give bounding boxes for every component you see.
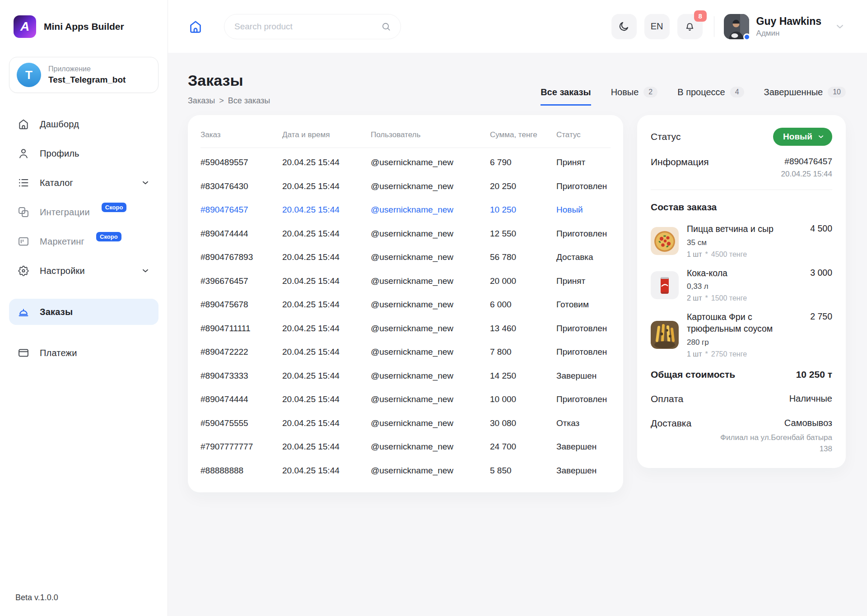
order-status: Принят	[556, 157, 611, 167]
tab-in-progress[interactable]: В процессе 4	[677, 87, 744, 106]
order-status: Новый	[556, 205, 611, 215]
user-name: Guy Hawkins	[756, 15, 821, 28]
order-status: Приготовлен	[556, 324, 611, 333]
app-logo-icon: A	[14, 15, 36, 38]
order-item-name: Пицца ветчина и сыр	[687, 223, 774, 235]
current-app-card[interactable]: T Приложение Test_Telegram_bot	[9, 57, 158, 93]
table-row[interactable]: #890473333 20.04.25 15:44 @usernickname_…	[200, 364, 611, 388]
chevron-down-icon	[140, 178, 150, 188]
sidebar-item-label: Профиль	[40, 148, 79, 159]
table-row[interactable]: #8904711111 20.04.25 15:44 @usernickname…	[200, 317, 611, 341]
topbar-actions: EN 8 Guy Ha	[604, 14, 846, 39]
table-row[interactable]: #590489557 20.04.25 15:44 @usernickname_…	[200, 151, 611, 175]
order-amount: 20 250	[490, 181, 556, 191]
soon-badge: Скоро	[96, 232, 121, 241]
order-item-unit-price: 4500 тенге	[711, 250, 747, 259]
order-status: Доставка	[556, 252, 611, 262]
order-user: @usernickname_new	[371, 181, 490, 191]
table-row[interactable]: #890475678 20.04.25 15:44 @usernickname_…	[200, 293, 611, 317]
cloche-icon	[17, 306, 30, 318]
tab-label: В процессе	[677, 87, 725, 97]
tab-all-orders[interactable]: Все заказы	[541, 87, 591, 106]
app-root: A Mini Apps Builder T Приложение Test_Te…	[0, 0, 867, 616]
sidebar-item-settings[interactable]: Настройки	[9, 258, 158, 284]
app-card-label: Приложение	[48, 65, 126, 73]
app-version: Beta v.1.0.0	[9, 593, 158, 602]
table-row[interactable]: #396676457 20.04.25 15:44 @usernickname_…	[200, 269, 611, 293]
divider	[651, 190, 832, 190]
app-card-name: Test_Telegram_bot	[48, 75, 126, 85]
sidebar-item-payments[interactable]: Платежи	[9, 340, 158, 366]
order-status: Готовим	[556, 300, 611, 310]
table-row[interactable]: #890472222 20.04.25 15:44 @usernickname_…	[200, 340, 611, 364]
main-area: EN 8 Guy Ha	[168, 0, 867, 616]
sidebar-item-profile[interactable]: Профиль	[9, 140, 158, 167]
notifications-button[interactable]: 8	[677, 14, 703, 39]
order-id: #830476430	[200, 181, 282, 191]
detail-order-datetime: 20.04.25 15:44	[781, 170, 832, 179]
order-id: #8904711111	[200, 324, 282, 333]
tab-completed[interactable]: Завершенные 10	[764, 87, 846, 106]
table-row[interactable]: #88888888 20.04.25 15:44 @usernickname_n…	[200, 459, 611, 483]
table-row[interactable]: #890476457 20.04.25 15:44 @usernickname_…	[200, 198, 611, 222]
order-user: @usernickname_new	[371, 157, 490, 167]
home-icon[interactable]	[188, 19, 203, 34]
home-icon	[17, 118, 30, 130]
order-user: @usernickname_new	[371, 466, 490, 476]
order-user: @usernickname_new	[371, 229, 490, 239]
tab-count-badge: 2	[643, 87, 657, 97]
order-item-variant: 280 гр	[687, 338, 832, 347]
list-icon	[17, 176, 30, 189]
order-amount: 56 780	[490, 252, 556, 262]
tab-new[interactable]: Новые 2	[611, 87, 658, 106]
order-status: Завершен	[556, 466, 611, 476]
sidebar: A Mini Apps Builder T Приложение Test_Te…	[0, 0, 168, 616]
table-row[interactable]: #890474444 20.04.25 15:44 @usernickname_…	[200, 222, 611, 246]
order-id: #590475555	[200, 418, 282, 428]
table-row[interactable]: #830476430 20.04.25 15:44 @usernickname_…	[200, 175, 611, 199]
wallet-icon	[17, 347, 30, 359]
order-details-card: Статус Новый Информация #890476457 20	[637, 115, 846, 468]
moon-icon	[618, 20, 630, 32]
order-id: #7907777777	[200, 442, 282, 452]
order-status: Отказ	[556, 418, 611, 428]
order-status: Завершен	[556, 371, 611, 381]
breadcrumb-root[interactable]: Заказы	[188, 96, 215, 106]
delivery-label: Доставка	[651, 418, 691, 429]
order-id: #890476457	[200, 205, 282, 215]
order-user: @usernickname_new	[371, 252, 490, 262]
table-row[interactable]: #7907777777 20.04.25 15:44 @usernickname…	[200, 435, 611, 459]
notification-count-badge: 8	[694, 10, 707, 22]
info-label: Информация	[651, 157, 709, 167]
status-value: Новый	[783, 132, 812, 142]
search-icon[interactable]	[381, 21, 392, 32]
orders-tabs: Все заказы Новые 2 В процессе 4 Завершен…	[541, 87, 846, 106]
sidebar-item-marketing[interactable]: Маркетинг Скоро	[9, 228, 158, 255]
sidebar-item-label: Настройки	[40, 266, 85, 276]
order-user: @usernickname_new	[371, 442, 490, 452]
order-amount: 13 460	[490, 324, 556, 333]
profile-menu[interactable]: Guy Hawkins Админ	[724, 14, 846, 39]
theme-toggle-button[interactable]	[611, 14, 637, 39]
delivery-value: Самовывоз	[719, 418, 832, 428]
status-dropdown[interactable]: Новый	[773, 128, 832, 146]
table-row[interactable]: #8904767893 20.04.25 15:44 @usernickname…	[200, 245, 611, 269]
sidebar-item-integrations[interactable]: Интеграции Скоро	[9, 199, 158, 225]
order-item-variant: 0,33 л	[687, 282, 832, 291]
search-input[interactable]	[233, 21, 381, 32]
language-button[interactable]: EN	[644, 14, 670, 39]
order-id: #890474444	[200, 394, 282, 404]
sidebar-item-catalog[interactable]: Каталог	[9, 170, 158, 196]
order-item-multiplier: *	[705, 350, 708, 358]
sidebar-item-dashboard[interactable]: Дашборд	[9, 111, 158, 137]
order-item-price: 2 750	[810, 311, 832, 322]
tab-label: Завершенные	[764, 87, 823, 97]
total-value: 10 250 т	[796, 369, 832, 380]
table-row[interactable]: #590475555 20.04.25 15:44 @usernickname_…	[200, 412, 611, 435]
sidebar-item-label: Каталог	[40, 178, 73, 188]
sidebar-item-orders[interactable]: Заказы	[9, 299, 158, 325]
order-item-qty: 1 шт	[687, 250, 702, 259]
table-row[interactable]: #890474444 20.04.25 15:44 @usernickname_…	[200, 388, 611, 412]
order-amount: 30 080	[490, 418, 556, 428]
order-status: Приготовлен	[556, 181, 611, 191]
